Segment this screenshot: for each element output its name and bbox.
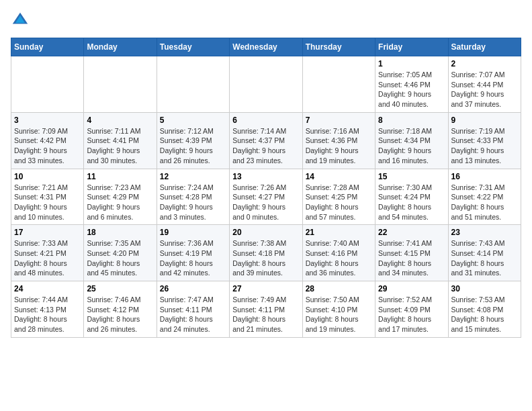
calendar-cell: 17Sunrise: 7:33 AM Sunset: 4:21 PM Dayli… xyxy=(11,225,84,281)
day-info: Sunrise: 7:44 AM Sunset: 4:13 PM Dayligh… xyxy=(14,295,81,334)
day-number: 24 xyxy=(14,284,81,293)
day-number: 9 xyxy=(451,116,518,125)
calendar-cell xyxy=(84,56,157,113)
day-info: Sunrise: 7:41 AM Sunset: 4:15 PM Dayligh… xyxy=(378,238,445,278)
calendar-cell: 13Sunrise: 7:26 AM Sunset: 4:27 PM Dayli… xyxy=(230,169,302,225)
calendar-cell xyxy=(230,56,302,113)
day-number: 19 xyxy=(160,228,226,237)
day-number: 4 xyxy=(87,116,153,125)
weekday-header: Saturday xyxy=(448,38,521,56)
calendar-cell: 25Sunrise: 7:46 AM Sunset: 4:12 PM Dayli… xyxy=(84,281,157,338)
day-number: 6 xyxy=(232,116,299,125)
day-number: 22 xyxy=(378,228,445,237)
day-number: 11 xyxy=(87,172,153,181)
day-info: Sunrise: 7:33 AM Sunset: 4:21 PM Dayligh… xyxy=(14,238,81,278)
day-info: Sunrise: 7:14 AM Sunset: 4:37 PM Dayligh… xyxy=(232,126,299,166)
day-number: 20 xyxy=(232,228,299,237)
weekday-header-row: SundayMondayTuesdayWednesdayThursdayFrid… xyxy=(11,38,521,56)
calendar-cell: 14Sunrise: 7:28 AM Sunset: 4:25 PM Dayli… xyxy=(302,169,375,225)
day-info: Sunrise: 7:18 AM Sunset: 4:34 PM Dayligh… xyxy=(378,126,445,166)
day-number: 14 xyxy=(306,172,372,181)
calendar-cell: 3Sunrise: 7:09 AM Sunset: 4:42 PM Daylig… xyxy=(11,112,84,169)
calendar-header: SundayMondayTuesdayWednesdayThursdayFrid… xyxy=(11,38,521,56)
weekday-header: Thursday xyxy=(302,38,375,56)
calendar-week-row: 3Sunrise: 7:09 AM Sunset: 4:42 PM Daylig… xyxy=(11,112,521,169)
calendar-week-row: 10Sunrise: 7:21 AM Sunset: 4:31 PM Dayli… xyxy=(11,169,521,225)
calendar-table: SundayMondayTuesdayWednesdayThursdayFrid… xyxy=(11,38,521,338)
calendar-cell: 8Sunrise: 7:18 AM Sunset: 4:34 PM Daylig… xyxy=(375,112,448,169)
day-number: 30 xyxy=(451,284,518,293)
calendar-cell: 29Sunrise: 7:52 AM Sunset: 4:09 PM Dayli… xyxy=(375,281,448,338)
day-number: 3 xyxy=(14,116,81,125)
calendar-cell xyxy=(11,56,84,113)
day-info: Sunrise: 7:07 AM Sunset: 4:44 PM Dayligh… xyxy=(451,70,518,109)
logo-icon xyxy=(11,11,30,30)
day-number: 26 xyxy=(160,284,226,293)
day-number: 5 xyxy=(160,116,226,125)
day-info: Sunrise: 7:23 AM Sunset: 4:29 PM Dayligh… xyxy=(87,183,153,222)
calendar-cell: 4Sunrise: 7:11 AM Sunset: 4:41 PM Daylig… xyxy=(84,112,157,169)
day-info: Sunrise: 7:28 AM Sunset: 4:25 PM Dayligh… xyxy=(306,183,372,222)
calendar-body: 1Sunrise: 7:05 AM Sunset: 4:46 PM Daylig… xyxy=(11,56,521,338)
calendar-cell: 10Sunrise: 7:21 AM Sunset: 4:31 PM Dayli… xyxy=(11,169,84,225)
day-number: 12 xyxy=(160,172,226,181)
day-number: 28 xyxy=(306,284,372,293)
day-info: Sunrise: 7:30 AM Sunset: 4:24 PM Dayligh… xyxy=(378,183,445,222)
weekday-header: Wednesday xyxy=(230,38,302,56)
calendar-cell: 30Sunrise: 7:53 AM Sunset: 4:08 PM Dayli… xyxy=(448,281,521,338)
day-number: 7 xyxy=(306,116,372,125)
day-info: Sunrise: 7:35 AM Sunset: 4:20 PM Dayligh… xyxy=(87,238,153,278)
weekday-header: Tuesday xyxy=(157,38,229,56)
day-info: Sunrise: 7:52 AM Sunset: 4:09 PM Dayligh… xyxy=(378,295,445,334)
calendar-cell: 28Sunrise: 7:50 AM Sunset: 4:10 PM Dayli… xyxy=(302,281,375,338)
day-number: 29 xyxy=(378,284,445,293)
day-info: Sunrise: 7:53 AM Sunset: 4:08 PM Dayligh… xyxy=(451,295,518,334)
calendar-cell: 11Sunrise: 7:23 AM Sunset: 4:29 PM Dayli… xyxy=(84,169,157,225)
calendar-week-row: 24Sunrise: 7:44 AM Sunset: 4:13 PM Dayli… xyxy=(11,281,521,338)
day-number: 21 xyxy=(306,228,372,237)
calendar-cell: 22Sunrise: 7:41 AM Sunset: 4:15 PM Dayli… xyxy=(375,225,448,281)
weekday-header: Sunday xyxy=(11,38,84,56)
day-number: 1 xyxy=(378,59,445,68)
day-info: Sunrise: 7:43 AM Sunset: 4:14 PM Dayligh… xyxy=(451,238,518,278)
calendar-cell: 21Sunrise: 7:40 AM Sunset: 4:16 PM Dayli… xyxy=(302,225,375,281)
calendar-cell xyxy=(157,56,229,113)
calendar-week-row: 1Sunrise: 7:05 AM Sunset: 4:46 PM Daylig… xyxy=(11,56,521,113)
weekday-header: Friday xyxy=(375,38,448,56)
day-info: Sunrise: 7:24 AM Sunset: 4:28 PM Dayligh… xyxy=(160,183,226,222)
calendar-cell: 12Sunrise: 7:24 AM Sunset: 4:28 PM Dayli… xyxy=(157,169,229,225)
calendar-cell: 9Sunrise: 7:19 AM Sunset: 4:33 PM Daylig… xyxy=(448,112,521,169)
day-info: Sunrise: 7:38 AM Sunset: 4:18 PM Dayligh… xyxy=(232,238,299,278)
calendar-cell: 15Sunrise: 7:30 AM Sunset: 4:24 PM Dayli… xyxy=(375,169,448,225)
day-number: 10 xyxy=(14,172,81,181)
day-info: Sunrise: 7:49 AM Sunset: 4:11 PM Dayligh… xyxy=(232,295,299,334)
day-info: Sunrise: 7:09 AM Sunset: 4:42 PM Dayligh… xyxy=(14,126,81,166)
calendar-cell: 7Sunrise: 7:16 AM Sunset: 4:36 PM Daylig… xyxy=(302,112,375,169)
day-info: Sunrise: 7:11 AM Sunset: 4:41 PM Dayligh… xyxy=(87,126,153,166)
day-number: 8 xyxy=(378,116,445,125)
day-number: 13 xyxy=(232,172,299,181)
page-header xyxy=(11,11,521,30)
calendar-cell: 5Sunrise: 7:12 AM Sunset: 4:39 PM Daylig… xyxy=(157,112,229,169)
calendar-cell: 2Sunrise: 7:07 AM Sunset: 4:44 PM Daylig… xyxy=(448,56,521,113)
day-number: 16 xyxy=(451,172,518,181)
day-info: Sunrise: 7:47 AM Sunset: 4:11 PM Dayligh… xyxy=(160,295,226,334)
calendar-cell xyxy=(302,56,375,113)
calendar-cell: 26Sunrise: 7:47 AM Sunset: 4:11 PM Dayli… xyxy=(157,281,229,338)
calendar-cell: 6Sunrise: 7:14 AM Sunset: 4:37 PM Daylig… xyxy=(230,112,302,169)
day-info: Sunrise: 7:12 AM Sunset: 4:39 PM Dayligh… xyxy=(160,126,226,166)
calendar-cell: 27Sunrise: 7:49 AM Sunset: 4:11 PM Dayli… xyxy=(230,281,302,338)
day-number: 2 xyxy=(451,59,518,68)
day-info: Sunrise: 7:26 AM Sunset: 4:27 PM Dayligh… xyxy=(232,183,299,222)
day-info: Sunrise: 7:21 AM Sunset: 4:31 PM Dayligh… xyxy=(14,183,81,222)
calendar-cell: 19Sunrise: 7:36 AM Sunset: 4:19 PM Dayli… xyxy=(157,225,229,281)
day-info: Sunrise: 7:19 AM Sunset: 4:33 PM Dayligh… xyxy=(451,126,518,166)
day-info: Sunrise: 7:46 AM Sunset: 4:12 PM Dayligh… xyxy=(87,295,153,334)
day-number: 18 xyxy=(87,228,153,237)
calendar-cell: 1Sunrise: 7:05 AM Sunset: 4:46 PM Daylig… xyxy=(375,56,448,113)
day-number: 15 xyxy=(378,172,445,181)
calendar-cell: 18Sunrise: 7:35 AM Sunset: 4:20 PM Dayli… xyxy=(84,225,157,281)
calendar-week-row: 17Sunrise: 7:33 AM Sunset: 4:21 PM Dayli… xyxy=(11,225,521,281)
day-info: Sunrise: 7:50 AM Sunset: 4:10 PM Dayligh… xyxy=(306,295,372,334)
logo xyxy=(11,11,32,30)
